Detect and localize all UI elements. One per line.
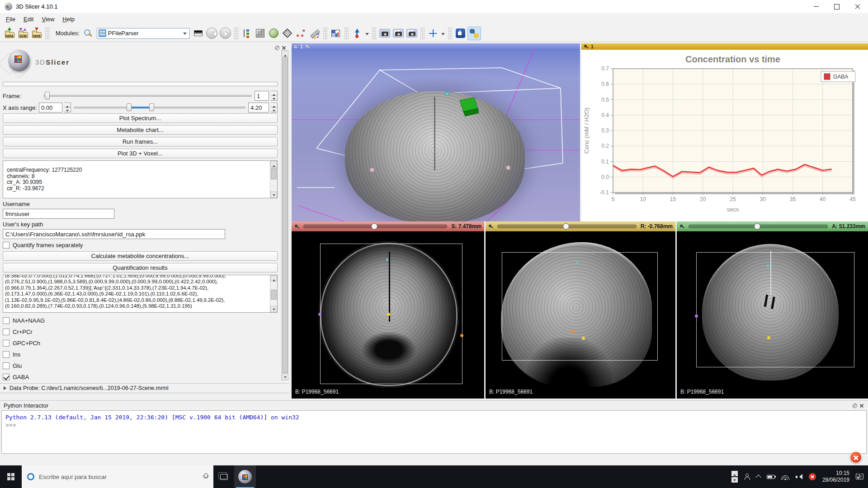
module-selector-combobox[interactable]: PFileParser: [97, 28, 190, 39]
checkbox-icon[interactable]: [3, 340, 9, 347]
plot-spectrum-button[interactable]: Plot Spectrum...: [3, 113, 278, 123]
panel-undock-icon[interactable]: [852, 403, 858, 408]
menu-file[interactable]: File: [2, 14, 19, 24]
module-panel-scrollbar[interactable]: [281, 50, 288, 380]
checkbox-icon[interactable]: [3, 317, 9, 324]
tray-scroll-buttons[interactable]: [731, 471, 738, 483]
coronal-slice-view[interactable]: B: P19968_56691: [677, 231, 868, 399]
checkbox-icon[interactable]: [3, 242, 9, 249]
fiducial-markers-icon[interactable]: [294, 27, 308, 40]
start-button[interactable]: [0, 465, 22, 488]
error-log-badge[interactable]: [850, 451, 862, 463]
quantify-frames-checkbox[interactable]: Quantify frames separately: [3, 240, 278, 250]
module-list-icon[interactable]: [240, 27, 254, 40]
xrange-max-spinbox[interactable]: 4.20: [248, 103, 269, 113]
frame-spin-arrows[interactable]: [271, 91, 278, 101]
xrange-min-arrows[interactable]: [64, 103, 71, 113]
quantification-results-button[interactable]: Quantification results: [3, 263, 278, 272]
scroll-down-icon[interactable]: [270, 306, 277, 312]
chart-view-controller[interactable]: 1: [581, 43, 868, 50]
scroll-up-icon[interactable]: [282, 51, 288, 57]
taskbar-search-box[interactable]: Escribe aquí para buscar: [22, 465, 213, 488]
frame-spinbox[interactable]: 1: [255, 91, 269, 101]
results-scrollbar[interactable]: [270, 275, 277, 312]
scene-view-camera-icon[interactable]: [392, 27, 405, 40]
import-dicom-icon[interactable]: DCM: [16, 27, 30, 40]
data-probe-bar[interactable]: Data Probe: C:/dev/1.namic/scenes/ti...2…: [0, 383, 289, 393]
load-data-icon[interactable]: DATA: [3, 27, 16, 40]
pin-icon[interactable]: [488, 224, 493, 229]
keypath-field[interactable]: C:\Users\FranciscoMarcano\.ssh\fmrsiuser…: [3, 229, 225, 239]
run-frames-button[interactable]: Run frames...: [3, 137, 278, 146]
people-tray-icon[interactable]: [744, 474, 750, 480]
panel-close-icon[interactable]: [859, 403, 864, 408]
sample-cube-icon[interactable]: [254, 27, 267, 40]
module-history-icon[interactable]: [192, 27, 205, 40]
xrange-range-slider[interactable]: [73, 103, 246, 113]
action-center-icon[interactable]: 1: [856, 474, 863, 480]
axial-slice-view[interactable]: B: P19968_56691: [292, 231, 484, 399]
metabolite-checkbox-gpc-pch[interactable]: GPC+PCh: [3, 338, 278, 349]
chevron-down-icon[interactable]: [364, 28, 370, 39]
threed-view[interactable]: 1: [292, 43, 580, 221]
checkbox-icon[interactable]: [3, 328, 9, 335]
extensions-manager-icon[interactable]: [454, 27, 467, 40]
mesh-grid-icon[interactable]: [281, 27, 294, 40]
taskbar-slicer-app[interactable]: [234, 465, 256, 488]
menu-view[interactable]: View: [38, 14, 58, 24]
module-search-icon[interactable]: [81, 27, 95, 40]
metabolite-chart-button[interactable]: Metabolite chart...: [3, 125, 278, 135]
pin-icon[interactable]: [679, 224, 684, 229]
xrange-min-spinbox[interactable]: 0.00: [39, 103, 62, 113]
plot-3d-voxel-button[interactable]: Plot 3D + Voxel...: [3, 149, 278, 158]
task-view-button[interactable]: [213, 465, 234, 488]
scene-capture-camera-icon[interactable]: [405, 27, 419, 40]
metabolite-checkbox-glu[interactable]: Glu: [3, 360, 278, 371]
crosshair-toggle-icon[interactable]: [426, 27, 440, 40]
save-scene-icon[interactable]: SAVE: [30, 27, 43, 40]
frame-slider[interactable]: [42, 91, 253, 101]
python-console[interactable]: Python 2.7.13 (default, Jan 15 2019, 22:…: [1, 410, 867, 454]
scroll-down-icon[interactable]: [270, 192, 277, 198]
red-slice-controller[interactable]: S: 7.478mm: [292, 221, 484, 231]
taskbar-clock[interactable]: 10:15 28/06/2019: [822, 470, 849, 483]
pin-icon[interactable]: [584, 44, 589, 49]
threed-view-controller[interactable]: 1: [292, 43, 580, 50]
battery-icon[interactable]: [767, 475, 775, 479]
info-scrollbar[interactable]: [270, 161, 277, 198]
show-hidden-icons-icon[interactable]: [755, 474, 761, 480]
checkbox-icon[interactable]: [3, 351, 9, 358]
metabolite-checkbox-gaba[interactable]: GABA: [3, 371, 278, 383]
metabolite-checkbox-naa-naag[interactable]: NAA+NAAG: [3, 315, 278, 326]
checkbox-icon[interactable]: [3, 362, 9, 369]
red-slice-slider[interactable]: [303, 225, 447, 228]
screenshot-camera-icon[interactable]: [378, 27, 392, 40]
volume-icon[interactable]: [796, 474, 802, 479]
scroll-down-icon[interactable]: [282, 374, 288, 380]
quantification-results-box[interactable]: (8.38E-02,0.7,0.000),(1.012,0.74,1.668),…: [3, 275, 278, 313]
microphone-icon[interactable]: [203, 473, 208, 480]
wifi-icon[interactable]: [781, 474, 789, 480]
metabolite-checkbox-ins[interactable]: Ins: [3, 349, 278, 360]
collapse-view-icon[interactable]: [293, 45, 298, 49]
checkbox-icon[interactable]: [3, 374, 9, 380]
username-field[interactable]: fmrsiuser: [3, 209, 114, 219]
menu-help[interactable]: Help: [58, 14, 79, 24]
pin-icon[interactable]: [294, 224, 299, 229]
green-slice-controller[interactable]: A: 51.233mm: [677, 221, 868, 231]
chevron-down-icon[interactable]: [440, 28, 446, 39]
calculate-concentrations-button[interactable]: Calculate metabolite concentrations...: [3, 251, 278, 261]
header-info-box[interactable]: centralFrequency: 1277125220 channels: 8…: [3, 160, 278, 198]
scroll-up-icon[interactable]: [270, 161, 277, 167]
minimize-button[interactable]: [806, 0, 826, 13]
green-slice-slider[interactable]: [689, 225, 828, 228]
chart-view[interactable]: 1 51015202530354045-0.10.00.10.20.30.40.…: [581, 43, 868, 221]
chevron-down-icon[interactable]: [181, 28, 189, 38]
mouse-interaction-icon[interactable]: [350, 27, 364, 40]
metabolite-checkbox-cr-pcr[interactable]: Cr+PCr: [3, 326, 278, 338]
xrange-max-arrows[interactable]: [271, 103, 278, 113]
nav-forward-icon[interactable]: [219, 27, 232, 40]
yellow-slice-controller[interactable]: R: -0.768mm: [486, 221, 675, 231]
threed-canvas[interactable]: [292, 50, 580, 221]
panel-undock-icon[interactable]: [274, 45, 280, 51]
